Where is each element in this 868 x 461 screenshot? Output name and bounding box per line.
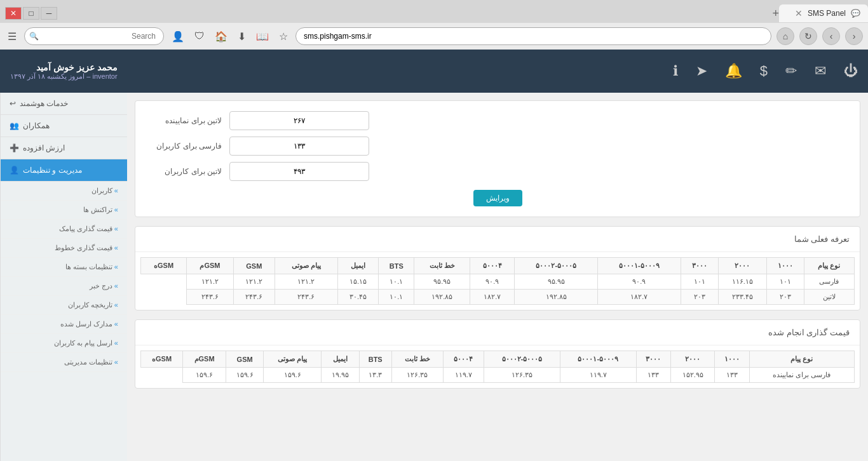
pcol-landline: خط ثابت: [391, 351, 443, 368]
sidebar-sub-sms-pricing[interactable]: قیمت گذاری پیامک: [1, 220, 127, 239]
bookmark-icon[interactable]: ☆: [276, 28, 290, 45]
table-cell: ۱۲۱.۲: [233, 274, 275, 290]
table-cell: ۱۲۶.۳۵: [391, 368, 443, 383]
col-type: نوع پیام: [804, 258, 854, 274]
pcol-voice: پیام صوتی: [264, 351, 322, 368]
sidebar-management-label: مدیریت و تنظیمات: [23, 166, 82, 175]
tag-icon[interactable]: ✏: [785, 63, 797, 79]
colleagues-icon: 👥: [10, 121, 19, 130]
tariff-table-card: تعرفه فعلی شما نوع پیام ۱۰۰۰ ۲۰۰۰ ۳۰۰۰ ۵…: [135, 226, 860, 311]
table-cell: ۹۵.۹۵: [414, 274, 470, 290]
persian-users-input[interactable]: [229, 137, 369, 156]
sidebar-sub-admin-settings[interactable]: تنظیمات مدیریتی: [1, 353, 127, 372]
tariff-table-title: تعرفه فعلی شما: [135, 227, 860, 252]
latin-representative-input[interactable]: [229, 111, 369, 130]
persian-users-label: فارسی برای کاربران: [146, 142, 222, 150]
table-cell: ۱۲۶.۳۵: [484, 368, 560, 383]
envelope-icon[interactable]: ✉: [815, 63, 826, 79]
sidebar-item-management[interactable]: مدیریت و تنظیمات 👤: [1, 159, 127, 182]
sidebar: خدمات هوشمند ↩ همکاران 👥 ارزش افزوده ➕ م…: [0, 93, 127, 461]
power-icon[interactable]: ⏻: [844, 63, 858, 79]
menu-icon[interactable]: ☰: [5, 28, 19, 45]
app-header: ⏻ ✉ ✏ $ 🔔 ➤ ℹ محمد عزیز خوش آمید invento…: [0, 50, 868, 93]
form-card: لاتین برای نمایینده فارسی برای کاربران ل…: [135, 100, 860, 217]
info-icon[interactable]: ℹ: [673, 63, 678, 79]
table-cell: ۹۵.۹۵: [515, 274, 598, 290]
back-button[interactable]: ‹: [845, 27, 863, 45]
browser-chrome: 💬 SMS Panel ✕ + ─ □ ✕ ‹ › ↻ ⌂ ☆ 📖 ⬇ 🏠 🛡 …: [0, 0, 868, 50]
pcol-1000: ۱۰۰۰: [715, 351, 749, 368]
pcol-gsmm: GSMم: [183, 351, 226, 368]
sidebar-sub-user-history[interactable]: تاریخچه کاربران: [1, 296, 127, 315]
col-50001: ۵۰۰۰۱-۵۰۰۰۹: [598, 258, 681, 274]
table-cell: ۱۸۲.۷: [470, 290, 515, 305]
bell-icon[interactable]: 🔔: [725, 63, 742, 79]
sidebar-sub-send-message[interactable]: ارسل پیام به کاربران: [1, 334, 127, 353]
table-cell: فارسی: [804, 274, 854, 290]
table-cell: ۱۱۹.۷: [560, 368, 636, 383]
edit-button[interactable]: ویرایش: [473, 190, 522, 206]
user-name: محمد عزیز خوش آمید: [10, 62, 118, 72]
col-voice: پیام صوتی: [275, 258, 337, 274]
user-icon[interactable]: 👤: [169, 28, 187, 45]
shield-icon[interactable]: 🛡: [192, 28, 207, 44]
sidebar-sub-line-pricing[interactable]: قیمت گذاری خطوط: [1, 239, 127, 258]
smart-services-icon: ↩: [10, 99, 16, 108]
sidebar-item-colleagues[interactable]: همکاران 👥: [1, 115, 127, 137]
table-cell: ۱۰۱: [766, 274, 804, 290]
header-icons: ⏻ ✉ ✏ $ 🔔 ➤ ℹ: [673, 63, 858, 79]
col-gsm: GSM: [233, 258, 275, 274]
active-tab[interactable]: 💬 SMS Panel ✕: [779, 4, 868, 22]
main-content: لاتین برای نمایینده فارسی برای کاربران ل…: [127, 93, 868, 461]
table-cell: ۱۰.۱: [379, 274, 414, 290]
maximize-button[interactable]: □: [23, 7, 39, 20]
forward-button[interactable]: ›: [822, 27, 840, 45]
address-input[interactable]: [295, 27, 771, 45]
value-added-icon: ➕: [10, 144, 19, 152]
reader-icon[interactable]: 📖: [254, 28, 271, 45]
sidebar-sub-news[interactable]: درج خبر: [1, 277, 127, 296]
latin-users-label: لاتین برای کاربران: [146, 167, 222, 176]
tariff-table-header: نوع پیام ۱۰۰۰ ۲۰۰۰ ۳۰۰۰ ۵۰۰۰۱-۵۰۰۰۹ ۵۰۰۰…: [141, 258, 855, 274]
table-cell: ۱۳۳: [636, 368, 670, 383]
table-cell: ۹۰.۹: [598, 274, 681, 290]
sidebar-sub-sent-docs[interactable]: مدارک ارسل شده: [1, 315, 127, 334]
new-tab-button[interactable]: +: [772, 7, 779, 20]
table-cell: ۲۴۳.۶: [233, 290, 275, 305]
table-cell: ۱۹.۹۵: [322, 368, 359, 383]
col-3000: ۳۰۰۰: [681, 258, 718, 274]
tab-favicon: 💬: [851, 9, 860, 18]
tab-close-button[interactable]: ✕: [795, 8, 803, 18]
minimize-button[interactable]: ─: [41, 7, 57, 20]
table-cell: ۱۳.۳: [359, 368, 391, 383]
pcol-email: ایمیل: [322, 351, 359, 368]
send-icon[interactable]: ➤: [696, 63, 707, 79]
close-button[interactable]: ✕: [5, 7, 22, 20]
download-icon[interactable]: ⬇: [235, 28, 248, 45]
sidebar-sub-transactions[interactable]: تراکنش ها: [1, 201, 127, 220]
user-sub: inventor – امروز یکشنبه ۱۸ آذر ۱۳۹۷: [10, 72, 118, 81]
home-button[interactable]: ⌂: [776, 27, 794, 45]
home2-icon[interactable]: 🏠: [212, 28, 230, 45]
table-cell: ۱۹۲.۸۵: [414, 290, 470, 305]
table-cell: ۱۸۲.۷: [598, 290, 681, 305]
pcol-3000: ۳۰۰۰: [636, 351, 670, 368]
col-2000: ۲۰۰۰: [718, 258, 766, 274]
tab-title: SMS Panel: [808, 9, 846, 18]
sidebar-item-value-added[interactable]: ارزش افزوده ➕: [1, 137, 127, 159]
dollar-icon[interactable]: $: [760, 63, 768, 79]
pcol-gsm: GSM: [226, 351, 263, 368]
app-body: لاتین برای نمایینده فارسی برای کاربران ل…: [0, 93, 868, 461]
sidebar-item-smart-services[interactable]: خدمات هوشمند ↩: [1, 93, 127, 115]
table-cell: ۹۰.۹: [470, 274, 515, 290]
pcol-50002: ۵۰۰۰۲-۵۰۰۰۵: [484, 351, 560, 368]
table-cell: ۱۰۱: [681, 274, 718, 290]
sidebar-smart-services-label: خدمات هوشمند: [20, 99, 68, 108]
sidebar-sub-users[interactable]: کاربران: [1, 182, 127, 201]
refresh-button[interactable]: ↻: [799, 27, 817, 45]
pricing-table: نوع پیام ۱۰۰۰ ۲۰۰۰ ۳۰۰۰ ۵۰۰۰۱-۵۰۰۰۹ ۵۰۰۰…: [140, 351, 855, 383]
search-input[interactable]: [24, 27, 164, 45]
sidebar-sub-packages[interactable]: تنظیمات بسته ها: [1, 258, 127, 277]
table-cell: ۱۲۱.۲: [187, 274, 234, 290]
latin-users-input[interactable]: [229, 162, 369, 181]
